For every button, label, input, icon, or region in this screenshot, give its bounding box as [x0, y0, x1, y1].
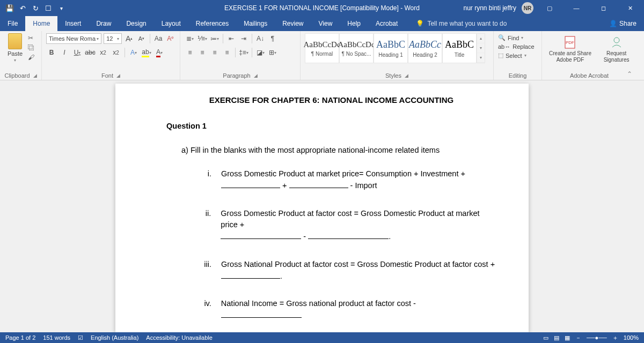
word-count[interactable]: 151 words — [43, 334, 70, 341]
minimize-icon[interactable]: — — [566, 0, 587, 16]
shrink-font-icon[interactable]: A▾ — [136, 33, 147, 44]
font-launcher-icon[interactable]: ◢ — [116, 73, 120, 78]
save-icon[interactable]: 💾 — [4, 3, 15, 13]
request-sign-button[interactable]: Request Signatures — [601, 35, 632, 63]
customize-qat-icon[interactable]: ▾ — [56, 3, 67, 13]
web-layout-icon[interactable]: ▦ — [565, 334, 570, 341]
justify-icon[interactable]: ≡ — [222, 47, 232, 58]
print-layout-icon[interactable]: ▤ — [554, 334, 559, 341]
create-pdf-button[interactable]: PDF Create and Share Adobe PDF — [546, 35, 594, 63]
style-nospacing[interactable]: AaBbCcDc¶ No Spac... — [339, 33, 374, 63]
styles-launcher-icon[interactable]: ◢ — [405, 73, 408, 78]
text-effects-icon[interactable]: A ▾ — [128, 47, 139, 58]
decrease-indent-icon[interactable]: ⇤ — [226, 33, 237, 44]
format-painter-icon[interactable]: 🖌 — [28, 54, 36, 61]
document-area: EXERCISE FOR CHAPTER 6: NATIONAL INCOME … — [0, 80, 644, 332]
styles-scroll[interactable]: ▴▾▾ — [477, 33, 485, 63]
tab-layout[interactable]: Layout — [154, 16, 188, 31]
tab-file[interactable]: File — [0, 16, 25, 31]
touch-mode-icon[interactable]: ☐ — [43, 3, 54, 13]
language-indicator[interactable]: English (Australia) — [91, 334, 138, 341]
svg-text:PDF: PDF — [566, 40, 574, 45]
tab-home[interactable]: Home — [25, 16, 57, 31]
cut-icon[interactable]: ✂ — [28, 34, 36, 42]
ribbon-tabs: File Home Insert Draw Design Layout Refe… — [0, 16, 644, 31]
redo-icon[interactable]: ↻ — [30, 3, 41, 13]
highlight-icon[interactable]: ab▾ — [141, 47, 152, 58]
align-center-icon[interactable]: ≡ — [197, 47, 208, 58]
close-icon[interactable]: ✕ — [619, 0, 641, 16]
style-heading2[interactable]: AaBbCcHeading 2 — [408, 33, 442, 63]
clear-format-icon[interactable]: Aᵉ — [165, 33, 175, 44]
subscript-button[interactable]: x2 — [98, 47, 108, 58]
read-mode-icon[interactable]: ▭ — [543, 334, 548, 341]
superscript-button[interactable]: x2 — [111, 47, 121, 58]
strikethrough-button[interactable]: abc — [85, 47, 96, 58]
clipboard-label: Clipboard — [4, 72, 30, 79]
grow-font-icon[interactable]: A▴ — [124, 33, 134, 44]
zoom-slider[interactable]: ──●── — [587, 334, 607, 341]
ribbon-options-icon[interactable]: ▢ — [539, 0, 560, 16]
tab-draw[interactable]: Draw — [89, 16, 119, 31]
user-avatar[interactable]: NR — [522, 2, 533, 14]
bullets-icon[interactable]: ≣▾ — [185, 33, 195, 44]
tab-insert[interactable]: Insert — [57, 16, 89, 31]
sub-ii: ii. Gross Domestic Product at factor cos… — [200, 208, 496, 243]
align-left-icon[interactable]: ≡ — [185, 47, 195, 58]
group-font: Times New Roma▾ 12▾ A▴ A▾ Aa Aᵉ B I U ▾ … — [42, 31, 180, 80]
font-size-select[interactable]: 12▾ — [104, 33, 122, 44]
status-bar: Page 1 of 2 151 words ☑ English (Austral… — [0, 332, 644, 343]
zoom-in-icon[interactable]: ＋ — [612, 334, 618, 342]
select-button[interactable]: ⬚Select ▾ — [498, 52, 537, 59]
increase-indent-icon[interactable]: ⇥ — [238, 33, 249, 44]
svg-point-2 — [614, 38, 619, 43]
numbering-icon[interactable]: ⅟≡▾ — [197, 33, 208, 44]
collapse-ribbon-icon[interactable]: ⌃ — [627, 70, 632, 78]
bulb-icon: 💡 — [416, 20, 424, 27]
find-button[interactable]: 🔍Find ▾ — [498, 34, 537, 41]
change-case-icon[interactable]: Aa — [153, 33, 164, 44]
shading-icon[interactable]: ◪▾ — [255, 47, 266, 58]
accessibility-indicator[interactable]: Accessibility: Unavailable — [146, 334, 213, 341]
replace-button[interactable]: ab↔Replace — [498, 43, 537, 50]
tab-references[interactable]: References — [188, 16, 236, 31]
paste-icon — [8, 33, 22, 49]
borders-icon[interactable]: ⊞▾ — [267, 47, 278, 58]
document-page[interactable]: EXERCISE FOR CHAPTER 6: NATIONAL INCOME … — [115, 84, 529, 332]
copy-icon[interactable]: ⿻ — [28, 44, 36, 51]
style-normal[interactable]: AaBbCcDc¶ Normal — [305, 33, 339, 63]
style-heading1[interactable]: AaBbCHeading 1 — [374, 33, 408, 63]
tab-design[interactable]: Design — [119, 16, 153, 31]
font-group-label: Font — [101, 72, 113, 79]
clipboard-launcher-icon[interactable]: ◢ — [33, 73, 37, 78]
zoom-level[interactable]: 100% — [624, 334, 639, 341]
multilevel-icon[interactable]: ≔▾ — [209, 33, 220, 44]
page-indicator[interactable]: Page 1 of 2 — [5, 334, 35, 341]
italic-button[interactable]: I — [59, 47, 70, 58]
paste-button[interactable]: Paste ▾ — [4, 33, 26, 63]
bold-button[interactable]: B — [46, 47, 57, 58]
line-spacing-icon[interactable]: ‡≡▾ — [238, 47, 249, 58]
share-button[interactable]: 👤 Share — [609, 20, 644, 27]
tab-mailings[interactable]: Mailings — [236, 16, 275, 31]
zoom-out-icon[interactable]: － — [575, 334, 581, 342]
show-marks-icon[interactable]: ¶ — [267, 33, 278, 44]
tab-review[interactable]: Review — [275, 16, 311, 31]
font-name-select[interactable]: Times New Roma▾ — [46, 33, 101, 44]
underline-button[interactable]: U ▾ — [72, 47, 83, 58]
tab-acrobat[interactable]: Acrobat — [368, 16, 405, 31]
paragraph-launcher-icon[interactable]: ◢ — [254, 73, 258, 78]
undo-icon[interactable]: ↶ — [17, 3, 28, 13]
font-color-icon[interactable]: A▾ — [154, 47, 165, 58]
align-right-icon[interactable]: ≡ — [209, 47, 220, 58]
font-name-value: Times New Roma — [49, 35, 96, 42]
tab-help[interactable]: Help — [340, 16, 368, 31]
tab-view[interactable]: View — [311, 16, 340, 31]
maximize-icon[interactable]: ◻ — [592, 0, 614, 16]
spell-check-icon[interactable]: ☑ — [78, 334, 83, 341]
style-title[interactable]: AaBbCTitle — [442, 33, 477, 63]
editing-group-label: Editing — [509, 72, 527, 79]
tell-me-search[interactable]: 💡 Tell me what you want to do — [416, 20, 507, 27]
sort-icon[interactable]: A↓ — [255, 33, 266, 44]
styles-group-label: Styles — [385, 72, 401, 79]
